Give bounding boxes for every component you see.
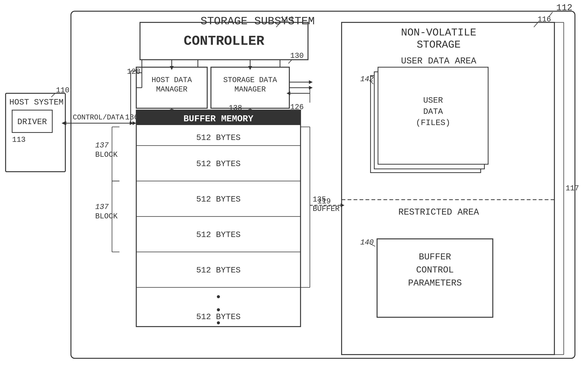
bytes-row-2: 512 BYTES — [196, 159, 241, 168]
ref-112-label: 112 — [556, 3, 572, 13]
user-data-label2: DATA — [423, 107, 443, 116]
ref-117: 117 — [566, 184, 579, 193]
ref-130: 130 — [290, 52, 304, 60]
user-data-area-label: USER DATA AREA — [401, 56, 476, 66]
user-data-files-label: (FILES) — [416, 118, 451, 127]
non-volatile-storage-label: NON-VOLATILE — [401, 27, 476, 39]
ref-136: 136 — [125, 113, 138, 122]
control-data-label: CONTROL/DATA — [73, 113, 124, 122]
buffer-label: BUFFER — [313, 205, 340, 213]
ref-126: 126 — [290, 103, 304, 111]
block-label-b: BLOCK — [95, 212, 118, 221]
storage-data-manager-label: STORAGE DATA — [223, 76, 277, 84]
ref-119: 119 — [317, 197, 331, 206]
ref-140: 140 — [360, 238, 374, 247]
ref-137a: 137 — [95, 141, 109, 150]
ref-114: 114 — [280, 15, 294, 24]
bytes-row-4: 512 BYTES — [196, 230, 241, 239]
bytes-row-5: 512 BYTES — [196, 266, 241, 275]
non-volatile-storage-label2: STORAGE — [417, 39, 461, 51]
buffer-control-label3: PARAMETERS — [408, 278, 462, 288]
storage-subsystem-title: STORAGE SUBSYSTEM — [200, 15, 315, 28]
buffer-control-label2: CONTROL — [416, 265, 454, 275]
ref-113: 113 — [12, 136, 26, 144]
block-label-a: BLOCK — [95, 151, 118, 159]
ellipsis-1: • — [215, 291, 222, 304]
buffer-control-label: BUFFER — [419, 252, 451, 262]
host-data-manager-label2: MANAGER — [156, 85, 188, 94]
host-system-label: HOST SYSTEM — [9, 98, 63, 107]
ref-116: 116 — [538, 15, 551, 24]
storage-data-manager-label2: MANAGER — [234, 85, 266, 94]
ref-138: 138 — [229, 104, 242, 112]
bytes-row-1: 512 BYTES — [196, 133, 241, 142]
user-data-label: USER — [423, 96, 443, 105]
bytes-row-3: 512 BYTES — [196, 195, 241, 204]
ref-110: 110 — [56, 86, 69, 95]
ref-137b: 137 — [95, 203, 109, 211]
driver-label: DRIVER — [17, 117, 47, 126]
controller-label: CONTROLLER — [184, 34, 264, 49]
bytes-last: 512 BYTES — [196, 312, 241, 321]
host-data-manager-label: HOST DATA — [152, 76, 192, 84]
ref-128: 128 — [127, 68, 140, 76]
buffer-memory-label: BUFFER MEMORY — [183, 114, 253, 124]
diagram-container: 112 STORAGE SUBSYSTEM HOST SYSTEM 110 DR… — [0, 0, 588, 371]
restricted-area-label: RESTRICTED AREA — [398, 207, 479, 217]
